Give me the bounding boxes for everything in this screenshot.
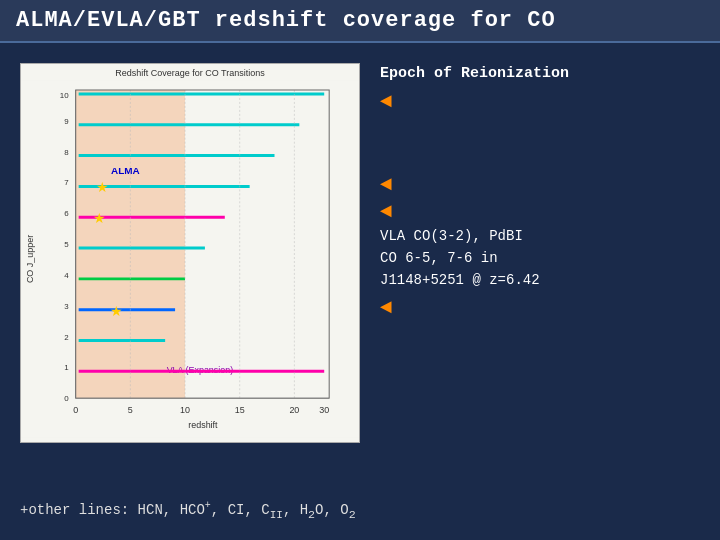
svg-text:10: 10 bbox=[180, 405, 190, 415]
svg-text:30: 30 bbox=[319, 405, 329, 415]
svg-text:6: 6 bbox=[64, 209, 69, 218]
svg-text:15: 15 bbox=[235, 405, 245, 415]
main-content: Redshift Coverage for CO Transitions 0 5… bbox=[0, 43, 720, 528]
svg-text:★: ★ bbox=[96, 179, 109, 195]
svg-text:★: ★ bbox=[110, 303, 123, 319]
svg-text:2: 2 bbox=[64, 333, 69, 342]
svg-text:0: 0 bbox=[64, 394, 69, 403]
chart-container: Redshift Coverage for CO Transitions 0 5… bbox=[20, 53, 360, 518]
svg-text:8: 8 bbox=[64, 148, 69, 157]
bottom-text: +other lines: HCN, HCO+, CI, CII, H2O, O… bbox=[20, 501, 356, 522]
svg-text:5: 5 bbox=[128, 405, 133, 415]
svg-text:5: 5 bbox=[64, 240, 69, 249]
svg-text:7: 7 bbox=[64, 178, 69, 187]
page-title: ALMA/EVLA/GBT redshift coverage for CO bbox=[16, 8, 556, 33]
svg-text:redshift: redshift bbox=[188, 420, 218, 430]
svg-text:1: 1 bbox=[64, 363, 69, 372]
chart-title: Redshift Coverage for CO Transitions bbox=[21, 64, 359, 80]
epoch-annotation: Epoch of Reionization ◄ bbox=[380, 63, 700, 113]
svg-text:★: ★ bbox=[93, 210, 106, 226]
other-lines-label: +other lines: HCN, HCO+, CI, CII, H2O, O… bbox=[20, 502, 356, 518]
epoch-label: Epoch of Reionization bbox=[380, 63, 700, 86]
svg-text:0: 0 bbox=[73, 405, 78, 415]
svg-rect-0 bbox=[21, 80, 359, 438]
header: ALMA/EVLA/GBT redshift coverage for CO bbox=[0, 0, 720, 43]
vla-detail-text: VLA CO(3-2), PdBI CO 6-5, 7-6 in J1148+5… bbox=[380, 225, 700, 292]
svg-text:CO J_upper: CO J_upper bbox=[25, 235, 35, 283]
svg-rect-1 bbox=[76, 90, 185, 398]
chart-svg: 0 5 10 15 20 30 0 1 2 3 4 5 6 7 8 9 10 C… bbox=[21, 80, 359, 438]
svg-text:3: 3 bbox=[64, 302, 69, 311]
svg-text:4: 4 bbox=[64, 271, 69, 280]
svg-text:10: 10 bbox=[60, 91, 69, 100]
svg-text:ALMA: ALMA bbox=[111, 166, 140, 177]
svg-text:9: 9 bbox=[64, 117, 69, 126]
vla-annotation: ◄ ◄ VLA CO(3-2), PdBI CO 6-5, 7-6 in J11… bbox=[380, 173, 700, 319]
svg-text:20: 20 bbox=[289, 405, 299, 415]
right-panel: Epoch of Reionization ◄ ◄ ◄ VLA CO(3-2),… bbox=[380, 53, 700, 518]
